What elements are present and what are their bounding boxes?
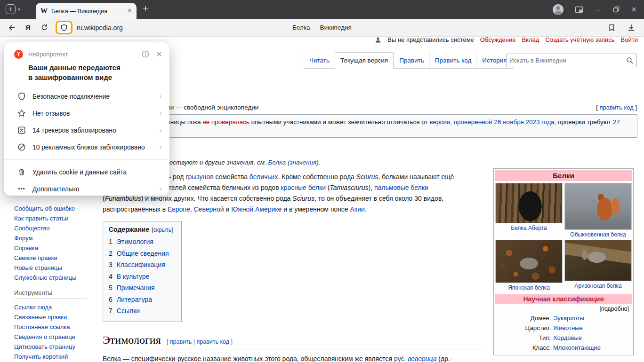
popup-close-icon[interactable]: ×	[156, 49, 162, 59]
text-segment: .	[365, 205, 367, 213]
image-caption[interactable]: Аризонская белка	[574, 283, 621, 289]
image-caption[interactable]: Белка Аберта	[511, 225, 547, 231]
toc-item[interactable]: 5Примечания	[109, 282, 173, 294]
sidebar-item[interactable]: Как править статьи	[14, 213, 97, 223]
back-button[interactable]	[8, 24, 16, 32]
tab-edit[interactable]: Править	[394, 52, 429, 68]
wiki-link[interactable]: Европе	[168, 205, 190, 213]
panel-toggle-icon[interactable]	[575, 6, 583, 14]
toc-item[interactable]: 2Общие сведения	[109, 248, 173, 260]
chevron-right-icon: ›	[159, 126, 162, 135]
squirrel-photo-common[interactable]	[564, 183, 632, 230]
search-icon[interactable]	[626, 57, 633, 64]
taxobox-title: Белки	[495, 170, 632, 181]
sidebar-item[interactable]: Форум	[14, 233, 97, 243]
wiki-link[interactable]: веверица	[408, 355, 436, 362]
sidebar-item[interactable]: Связанные правки	[14, 312, 97, 322]
wiki-link[interactable]: грызунов	[185, 173, 213, 181]
protect-shield-button[interactable]	[56, 21, 72, 34]
yandex-browser-window: 1 ▾ W Белка — Википедия × + — × Я	[0, 0, 644, 362]
chevron-down-icon[interactable]: ▾	[18, 7, 20, 12]
taxo-value[interactable]: Хордовые	[553, 333, 632, 343]
wiki-link[interactable]: Южной Америке	[231, 205, 282, 213]
classification-details-link[interactable]: [подробно]	[495, 304, 632, 313]
toc-item[interactable]: 6Литература	[109, 294, 173, 306]
taxo-value[interactable]: Эукариоты	[553, 313, 632, 323]
minimize-button[interactable]: —	[595, 6, 601, 13]
personal-link-login[interactable]: Войти	[621, 36, 638, 43]
restore-button[interactable]	[612, 6, 620, 13]
sidebar-item[interactable]: Получить короткий	[14, 352, 97, 362]
wiki-link[interactable]: рус.	[394, 355, 406, 362]
wiki-link[interactable]: править	[170, 338, 192, 345]
menu-item-delete-cookies[interactable]: Удалить cookie и данные сайта	[4, 164, 169, 181]
search-input[interactable]	[507, 57, 626, 64]
new-tab-button[interactable]: +	[143, 3, 148, 14]
toc-item[interactable]: 7Ссылки	[109, 305, 173, 317]
tab-count[interactable]: 1	[6, 4, 16, 14]
tab-close-icon[interactable]: ×	[128, 7, 132, 15]
personal-link-talk[interactable]: Обсуждение	[480, 36, 516, 43]
image-caption[interactable]: Японская белка	[508, 284, 550, 291]
squirrel-photo-aberta[interactable]	[495, 183, 563, 223]
sidebar-item[interactable]: Ссылки сюда	[14, 302, 97, 312]
sidebar-item[interactable]: Сведения о странице	[14, 332, 97, 342]
menu-item-reviews[interactable]: Нет отзывов ›	[4, 105, 169, 122]
image-caption[interactable]: Обыкновенная белка	[570, 231, 626, 238]
wiki-link[interactable]: 27	[613, 118, 620, 126]
squirrel-photo-arizona[interactable]	[564, 240, 632, 281]
info-icon[interactable]	[142, 50, 149, 58]
personal-link-createaccount[interactable]: Создать учётную запись	[545, 36, 614, 43]
downloads-icon[interactable]	[627, 24, 636, 32]
text-segment: , то он объединяет в себя около 30 видов…	[314, 195, 443, 202]
taxo-value[interactable]: Животные	[553, 323, 632, 333]
wiki-link[interactable]: Северной	[193, 205, 224, 213]
wiki-link[interactable]: пальмовые белки	[374, 184, 428, 191]
tab-read[interactable]: Читать	[304, 52, 335, 68]
wiki-link[interactable]: беличьих	[250, 173, 278, 181]
page-views-tabs: Читать Текущая версия Править Править ко…	[304, 52, 513, 69]
wiki-link[interactable]: править код	[196, 338, 229, 345]
sidebar-item[interactable]: Сообщить об ошибке	[14, 204, 97, 213]
wiki-link[interactable]: править код	[599, 104, 633, 111]
sidebar-item[interactable]: Справка	[14, 243, 97, 253]
address-toolbar: Я ru.wikipedia.org Белка — Википедия	[0, 19, 644, 37]
sidebar-item[interactable]: Новые страницы	[14, 263, 97, 273]
toc-item[interactable]: 1Этимология	[109, 236, 173, 248]
url-text[interactable]: ru.wikipedia.org	[77, 24, 123, 31]
sidebar-item[interactable]: Сообщество	[14, 223, 97, 233]
classification-header[interactable]: Научная классификация	[495, 294, 632, 304]
wiki-link[interactable]: Азии	[350, 205, 365, 213]
sidebar-item[interactable]: Цитировать страницу	[14, 342, 97, 352]
tab-count-button[interactable]: 1 ▾	[6, 4, 20, 14]
bookmark-flag-icon[interactable]	[607, 24, 616, 32]
sidebar-item[interactable]: Служебные страницы	[14, 273, 97, 283]
taxo-value[interactable]: Млекопитающие	[553, 343, 632, 353]
wikipedia-favicon: W	[40, 7, 48, 15]
sidebar-item[interactable]: Постоянная ссылка	[14, 322, 97, 332]
menu-item-more[interactable]: ••• Дополнительно ›	[4, 181, 169, 197]
sidebar-item[interactable]: Свежие правки	[14, 253, 97, 263]
tab-edit-source[interactable]: Править код	[429, 52, 477, 68]
toc-item[interactable]: 3Классификация	[109, 259, 173, 271]
menu-item-trackers-blocked[interactable]: 14 трекеров заблокировано ›	[4, 122, 169, 139]
toc-hide-toggle[interactable]: [скрыть]	[152, 227, 173, 233]
yandex-button[interactable]: Я	[25, 24, 31, 31]
chevron-right-icon: ›	[159, 184, 162, 194]
menu-item-ads-blocked[interactable]: 10 рекламных блоков заблокировано ›	[4, 139, 169, 156]
reload-button[interactable]	[40, 24, 48, 32]
personal-link-contribs[interactable]: Вклад	[522, 36, 539, 43]
wiki-link[interactable]: версии, проверенной 26 ноября 2023 года	[429, 118, 554, 126]
wiki-link[interactable]: скрыть	[153, 227, 171, 233]
window-controls: — ×	[553, 0, 636, 19]
wiki-link[interactable]: красные белки	[281, 184, 325, 191]
profile-avatar[interactable]	[553, 4, 564, 15]
window-close-button[interactable]: ×	[631, 5, 636, 14]
wiki-link[interactable]: не проверялась	[202, 118, 249, 126]
squirrel-photo-japanese[interactable]	[495, 240, 563, 283]
menu-item-secure-connection[interactable]: Безопасное подключение ›	[4, 88, 169, 105]
tab-current-version[interactable]: Текущая версия	[335, 52, 394, 69]
browser-tab[interactable]: W Белка — Википедия ×	[36, 3, 137, 19]
toc-item[interactable]: 4В культуре	[109, 271, 173, 283]
wiki-link[interactable]: Белка (значения).	[268, 159, 321, 166]
